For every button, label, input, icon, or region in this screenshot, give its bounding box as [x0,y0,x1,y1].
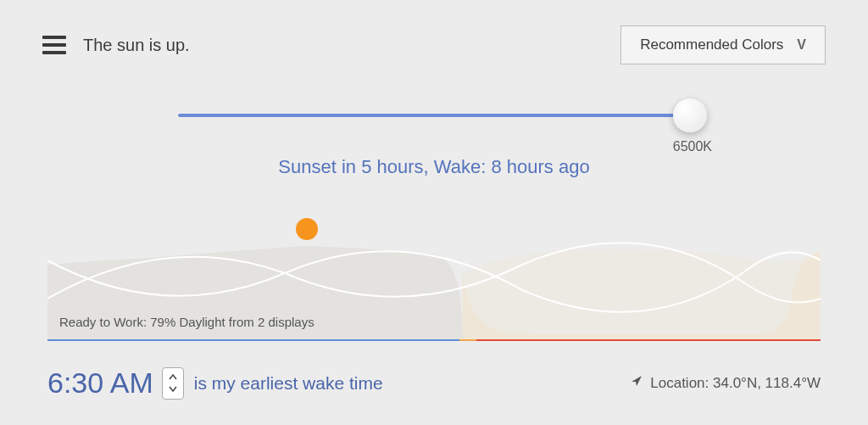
wake-time-stepper[interactable] [162,367,184,400]
sun-marker-icon [296,218,318,240]
slider-value-label: 6500K [673,139,712,154]
chevron-up-icon [169,374,177,380]
chevron-down-icon: V [797,37,806,53]
daylight-chart: Ready to Work: 79% Daylight from 2 displ… [47,214,821,341]
recommended-colors-label: Recommended Colors [640,36,783,53]
color-temp-slider[interactable]: 6500K [178,98,690,132]
wake-time-value: 6:30 AM [47,366,153,400]
wake-time-label: is my earliest wake time [194,373,383,394]
recommended-colors-dropdown[interactable]: Recommended Colors V [620,25,826,64]
location-text: Location: 34.0°N, 118.4°W [650,375,821,392]
chevron-down-icon [169,386,177,392]
location-display[interactable]: Location: 34.0°N, 118.4°W [630,374,821,392]
sunset-wake-summary: Sunset in 5 hours, Wake: 8 hours ago [0,156,868,178]
menu-icon[interactable] [42,36,66,54]
slider-thumb[interactable] [673,98,707,132]
location-arrow-icon [630,374,643,392]
sun-status-text: The sun is up. [83,36,190,55]
chart-status-label: Ready to Work: 79% Daylight from 2 displ… [59,315,314,329]
slider-track [178,114,690,117]
